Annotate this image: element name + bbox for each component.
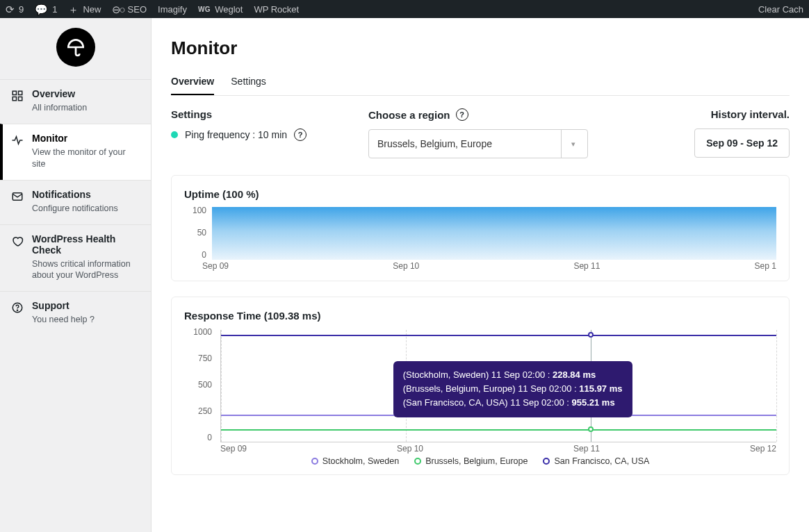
point-sanfrancisco bbox=[588, 332, 594, 338]
svg-rect-0 bbox=[13, 91, 16, 94]
sidebar-item-label: Overview bbox=[32, 88, 87, 99]
seo-icon: ⊖○ bbox=[112, 4, 123, 15]
svg-rect-3 bbox=[19, 97, 22, 101]
sidebar-item-desc: You need help ? bbox=[32, 314, 95, 326]
wp-admin-bar: ⟳ 9 💬 1 ＋ New ⊖○ SEO Imagify WG Weglot W… bbox=[0, 0, 809, 18]
sidebar-item-desc: Shows critical information about your Wo… bbox=[32, 258, 140, 282]
activity-icon bbox=[11, 134, 24, 147]
adminbar-updates[interactable]: ⟳ 9 bbox=[6, 4, 24, 15]
new-label: New bbox=[83, 4, 101, 15]
sidebar-item-label: Monitor bbox=[32, 133, 140, 144]
uptime-card: Uptime (100 %) 100 50 0 Sep 09 Sep 10 Se… bbox=[171, 175, 790, 281]
uptime-chart: 100 50 0 Sep 09 Sep 10 Sep 11 Sep 1 bbox=[184, 206, 776, 272]
chart-tooltip: (Stockholm, Sweden) 11 Sep 02:00 : 228.8… bbox=[393, 361, 632, 417]
chevron-down-icon: ▾ bbox=[571, 140, 575, 149]
point-brussels bbox=[588, 426, 594, 432]
y-tick: 250 bbox=[184, 406, 212, 416]
updates-count: 9 bbox=[19, 4, 24, 15]
legend-stockholm[interactable]: Stockholm, Sweden bbox=[311, 456, 399, 466]
region-selected-value: Brussels, Belgium, Europe bbox=[377, 138, 492, 149]
svg-rect-1 bbox=[19, 91, 22, 94]
page-title: Monitor bbox=[171, 38, 790, 59]
sidebar-item-desc: Configure notifications bbox=[32, 203, 118, 215]
adminbar-comments[interactable]: 💬 1 bbox=[35, 4, 57, 15]
plugin-logo bbox=[56, 28, 95, 67]
line-brussels bbox=[221, 429, 776, 431]
ping-frequency-text: Ping frequency : 10 min bbox=[185, 129, 287, 140]
response-card: Response Time (109.38 ms) 1000 750 500 2… bbox=[171, 297, 790, 475]
svg-rect-2 bbox=[13, 97, 16, 101]
x-tick: Sep 10 bbox=[393, 261, 419, 272]
sidebar-item-desc: View the monitor of your site bbox=[32, 147, 140, 170]
x-tick: Sep 12 bbox=[750, 444, 776, 454]
sidebar-item-notifications[interactable]: Notifications Configure notifications bbox=[0, 180, 151, 224]
y-tick: 50 bbox=[184, 228, 206, 238]
uptime-plot-area bbox=[212, 207, 776, 260]
legend-sanfrancisco[interactable]: San Francisco, CA, USA bbox=[543, 456, 649, 466]
y-tick: 0 bbox=[184, 433, 212, 442]
adminbar-seo[interactable]: ⊖○ SEO bbox=[112, 4, 147, 15]
status-dot bbox=[171, 131, 178, 138]
mail-icon bbox=[11, 190, 24, 203]
adminbar-imagify[interactable]: Imagify bbox=[158, 4, 187, 15]
sidebar-item-overview[interactable]: Overview All information bbox=[0, 79, 151, 124]
region-select[interactable]: Brussels, Belgium, Europe ▾ bbox=[368, 129, 588, 158]
plus-icon: ＋ bbox=[68, 4, 79, 15]
settings-heading: Settings bbox=[171, 108, 352, 120]
x-tick: Sep 11 bbox=[573, 444, 600, 454]
y-tick: 0 bbox=[184, 250, 206, 260]
adminbar-wprocket[interactable]: WP Rocket bbox=[254, 4, 299, 15]
response-plot-area: (Stockholm, Sweden) 11 Sep 02:00 : 228.8… bbox=[220, 330, 776, 442]
sidebar-item-monitor[interactable]: Monitor View the monitor of your site bbox=[0, 124, 151, 180]
x-tick: Sep 10 bbox=[397, 444, 423, 454]
sidebar-item-healthcheck[interactable]: WordPress Health Check Shows critical in… bbox=[0, 224, 151, 292]
y-tick: 1000 bbox=[184, 327, 212, 337]
y-tick: 750 bbox=[184, 354, 212, 363]
response-chart: 1000 750 500 250 0 bbox=[184, 327, 776, 466]
response-title: Response Time (109.38 ms) bbox=[184, 310, 776, 322]
uptime-title: Uptime (100 %) bbox=[184, 188, 776, 200]
adminbar-new[interactable]: ＋ New bbox=[68, 4, 101, 15]
updates-icon: ⟳ bbox=[6, 4, 15, 15]
tabs: Overview Settings bbox=[171, 72, 790, 96]
tab-settings[interactable]: Settings bbox=[231, 72, 266, 95]
legend-brussels[interactable]: Brussels, Belgium, Europe bbox=[414, 456, 528, 466]
response-legend: Stockholm, Sweden Brussels, Belgium, Eur… bbox=[184, 456, 776, 466]
help-icon bbox=[11, 301, 24, 314]
comments-icon: 💬 bbox=[35, 4, 48, 15]
weglot-icon: WG bbox=[198, 6, 211, 13]
y-tick: 100 bbox=[184, 206, 206, 215]
x-tick: Sep 09 bbox=[202, 261, 229, 272]
grid-icon bbox=[11, 90, 24, 102]
adminbar-clear-cache[interactable]: Clear Cach bbox=[758, 4, 803, 15]
heart-icon bbox=[11, 235, 24, 247]
region-heading: Choose a region bbox=[368, 109, 450, 121]
plugin-sidebar: Overview All information Monitor View th… bbox=[0, 18, 152, 532]
line-sanfrancisco bbox=[221, 335, 776, 336]
help-icon[interactable]: ? bbox=[456, 108, 468, 121]
comments-count: 1 bbox=[52, 4, 57, 15]
sidebar-item-label: Notifications bbox=[32, 189, 118, 200]
x-tick: Sep 11 bbox=[573, 261, 600, 272]
sidebar-item-label: WordPress Health Check bbox=[32, 233, 140, 256]
y-tick: 500 bbox=[184, 380, 212, 390]
adminbar-weglot[interactable]: WG Weglot bbox=[198, 4, 243, 15]
main-content: Monitor Overview Settings Settings Ping … bbox=[152, 18, 809, 532]
tab-overview[interactable]: Overview bbox=[171, 72, 214, 95]
date-range-button[interactable]: Sep 09 - Sep 12 bbox=[694, 128, 790, 158]
x-tick: Sep 09 bbox=[220, 444, 247, 454]
help-icon[interactable]: ? bbox=[294, 128, 307, 141]
history-interval-heading: History interval. bbox=[694, 108, 790, 120]
sidebar-item-support[interactable]: Support You need help ? bbox=[0, 291, 151, 335]
sidebar-item-label: Support bbox=[32, 300, 95, 311]
sidebar-item-desc: All information bbox=[32, 102, 87, 114]
x-tick: Sep 1 bbox=[755, 261, 776, 272]
svg-point-6 bbox=[17, 310, 17, 310]
